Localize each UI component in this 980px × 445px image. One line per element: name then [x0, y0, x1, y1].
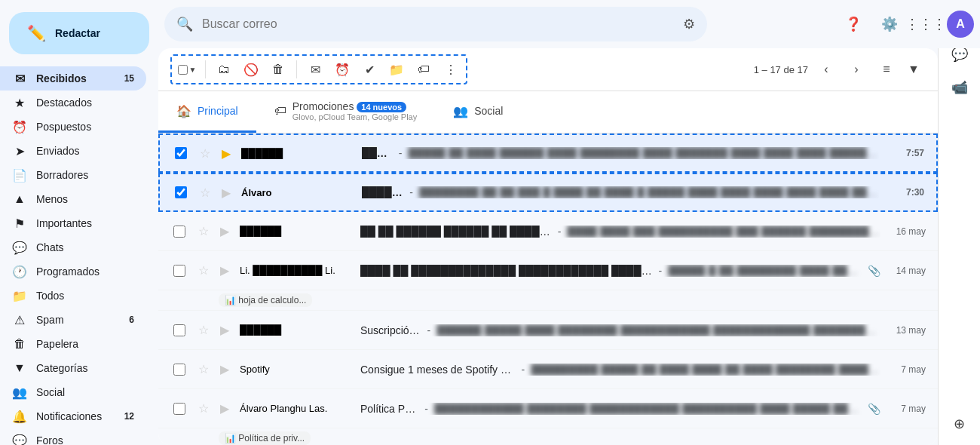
sidebar-item-todos[interactable]: 📁 Todos: [0, 284, 146, 308]
sidebar-item-menos[interactable]: ▲ Menos: [0, 187, 146, 211]
settings-button[interactable]: ⚙️: [874, 9, 905, 39]
email-row[interactable]: ☆ ▶ Spotify Consigue 1 meses de Spotify …: [158, 350, 938, 389]
view-options-button[interactable]: ▼: [902, 57, 926, 81]
subject-4: ████ ██ ██████████████ ████████████ ████…: [360, 265, 652, 277]
select-all-button[interactable]: ▼: [175, 57, 199, 81]
sidebar-item-recibidos[interactable]: ✉ Recibidos 15: [0, 66, 146, 91]
content-2: ██████ - ████████ ██ ██ ███ █ ████ ██ ██…: [362, 186, 879, 198]
toolbar-primary-actions: ▼ 🗂 🚫 🗑 ✉ ⏰ ✔ 📁 🏷 ⋮: [170, 54, 467, 84]
attachment-chip-row: 📊 Política de priv...: [158, 428, 938, 445]
email-row[interactable]: ☆ ▶ Li. ██████████ Li. ████ ██ █████████…: [158, 251, 938, 290]
help-button[interactable]: ❓: [838, 9, 868, 39]
prev-page-button[interactable]: ‹: [814, 57, 838, 81]
more-button[interactable]: ⋮: [439, 57, 463, 81]
sidebar-label-foros: Foros: [36, 434, 134, 445]
sidebar-item-enviados[interactable]: ➤ Enviados: [0, 139, 146, 163]
email-row[interactable]: ☆ ▶ Álvaro Planghu Las. Política Polític…: [158, 389, 938, 428]
star-7[interactable]: ☆: [194, 400, 213, 418]
star-6[interactable]: ☆: [194, 361, 213, 379]
select-dropdown-icon[interactable]: ▼: [189, 66, 197, 74]
sidebar-item-papelera[interactable]: 🗑 Papelera: [0, 332, 146, 356]
important-3[interactable]: ▶: [216, 222, 234, 241]
checkbox-7[interactable]: [173, 403, 185, 415]
move-button[interactable]: 📁: [384, 57, 409, 81]
attachment-chip-7[interactable]: 📊 Política de priv...: [219, 431, 311, 445]
search-input[interactable]: [202, 17, 674, 31]
tab-content-promociones: Promociones 14 nuevosGlovo, pCloud Team,…: [292, 100, 418, 121]
email-row[interactable]: ☆ ▶ ██████ ██ ██ ██████ ██████ ██ ██████…: [158, 212, 938, 251]
sidebar-item-borradores[interactable]: 📄 Borradores: [0, 163, 146, 187]
checkbox-1[interactable]: [175, 147, 187, 159]
avatar[interactable]: A: [947, 11, 974, 38]
sidebar-item-chats[interactable]: 💬 Chats: [0, 235, 146, 259]
important-5[interactable]: ▶: [216, 321, 234, 339]
important-7[interactable]: ▶: [216, 400, 234, 418]
row-checkbox-3[interactable]: [170, 222, 188, 241]
delete-button[interactable]: 🗑: [266, 57, 290, 81]
next-page-button[interactable]: ›: [844, 57, 868, 81]
sidebar-item-foros[interactable]: 💬 Foros: [0, 428, 146, 445]
checkbox-3[interactable]: [173, 226, 185, 238]
tab-social[interactable]: 👥 Social: [435, 91, 525, 133]
expand-panel-icon[interactable]: ⊕: [945, 409, 975, 439]
row-checkbox-7[interactable]: [170, 400, 188, 418]
star-3[interactable]: ☆: [194, 222, 213, 241]
meet-panel-icon[interactable]: 📹: [945, 72, 975, 103]
sidebar-item-categorias[interactable]: ▼ Categorías: [0, 356, 146, 380]
star-1[interactable]: ☆: [196, 144, 214, 162]
search-bar[interactable]: 🔍 ⚙: [164, 7, 707, 41]
sidebar-item-destacados[interactable]: ★ Destacados: [0, 91, 146, 115]
borradores-icon: 📄: [12, 168, 27, 183]
labels-button[interactable]: 🏷: [412, 57, 436, 81]
compact-view-button[interactable]: ≡: [874, 57, 899, 81]
snippet-1: █████ ██ ████ ██████ ████ ████████ ████ …: [408, 147, 879, 159]
row-checkbox-5[interactable]: [170, 321, 188, 339]
tab-promociones[interactable]: 🏷 Promociones 14 nuevosGlovo, pCloud Tea…: [256, 91, 436, 133]
mark-button[interactable]: ✉: [303, 57, 327, 81]
chats-icon: 💬: [12, 241, 27, 255]
search-options-icon[interactable]: ⚙: [683, 16, 695, 32]
sidebar-item-social[interactable]: 👥 Social: [0, 380, 146, 404]
sidebar-item-programados[interactable]: 🕐 Programados: [0, 259, 146, 284]
sidebar-item-spam[interactable]: ⚠ Spam 6: [0, 308, 146, 332]
important-1[interactable]: ▶: [217, 144, 235, 162]
date-7: 7 may: [880, 404, 926, 414]
sidebar-label-programados: Programados: [36, 265, 134, 278]
sidebar-item-importantes[interactable]: ⚑ Importantes: [0, 211, 146, 235]
star-2[interactable]: ☆: [196, 183, 214, 201]
tab-principal[interactable]: 🏠 Principal: [158, 91, 256, 133]
row-checkbox-6[interactable]: [170, 361, 188, 379]
checkbox-6[interactable]: [173, 364, 185, 376]
important-4[interactable]: ▶: [216, 262, 234, 280]
archive-button[interactable]: 🗂: [212, 57, 236, 81]
important-6[interactable]: ▶: [216, 361, 234, 379]
tab-label-social: Social: [474, 105, 503, 117]
add-to-tasks-button[interactable]: ✔: [357, 57, 381, 81]
view-toggle[interactable]: ≡ ▼: [874, 57, 926, 81]
checkbox-5[interactable]: [173, 324, 185, 336]
tab-content-principal: Principal: [198, 105, 238, 117]
row-checkbox-4[interactable]: [170, 262, 188, 280]
email-row[interactable]: ☆ ▶ ██████ Suscripción activa - ██████ █…: [158, 311, 938, 350]
content-4: ████ ██ ██████████████ ████████████ ████…: [360, 265, 880, 277]
important-2[interactable]: ▶: [217, 183, 235, 201]
snippet-4: █████ █ ██ ████████ ████ █████ █████████…: [668, 265, 862, 277]
subject-5: Suscripción activa: [360, 324, 421, 336]
sidebar-item-notificaciones[interactable]: 🔔 Notificaciones 12: [0, 404, 146, 428]
checkbox-2[interactable]: [175, 186, 187, 198]
sender-5: ██████: [240, 324, 360, 336]
select-all-checkbox[interactable]: [178, 65, 188, 75]
attachment-chip-4[interactable]: 📊 hoja de calculo...: [219, 293, 312, 307]
apps-button[interactable]: ⋮⋮⋮: [911, 9, 941, 39]
row-checkbox-2[interactable]: [172, 183, 190, 201]
checkbox-4[interactable]: [173, 265, 185, 277]
star-4[interactable]: ☆: [194, 262, 213, 280]
report-button[interactable]: 🚫: [239, 57, 263, 81]
row-checkbox-1[interactable]: [172, 144, 190, 162]
compose-button[interactable]: ✏️ Redactar: [9, 12, 149, 54]
snooze-button[interactable]: ⏰: [330, 57, 354, 81]
sidebar-item-pospuestos[interactable]: ⏰ Pospuestos: [0, 115, 146, 139]
star-5[interactable]: ☆: [194, 321, 213, 339]
email-row[interactable]: ☆ ▶ ██████ █████ - █████ ██ ████ ██████ …: [158, 134, 938, 173]
email-row[interactable]: ☆ ▶ Álvaro ██████ - ████████ ██ ██ ███ █…: [158, 173, 938, 212]
